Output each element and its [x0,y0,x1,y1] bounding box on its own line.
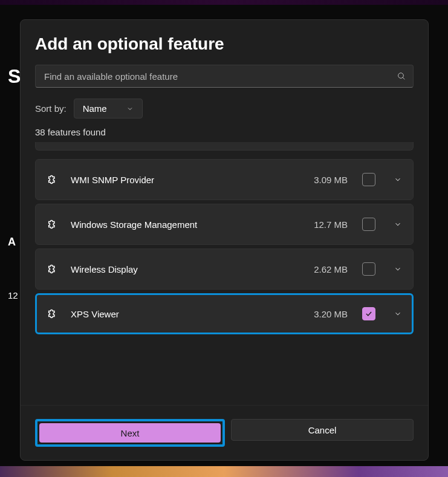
sort-value: Name [83,103,107,114]
feature-size: 3.20 MB [314,309,348,319]
list-scroll-top-stub [35,142,414,151]
add-feature-dialog: Add an optional feature Sort by: Name 38… [20,19,429,461]
chevron-down-icon[interactable] [394,265,402,273]
feature-list[interactable]: WMI SNMP Provider3.09 MBWindows Storage … [35,142,414,405]
feature-name: Windows Storage Management [71,219,303,230]
feature-size: 2.62 MB [314,264,348,274]
feature-checkbox[interactable] [362,218,375,231]
search-input[interactable] [35,65,414,88]
dialog-body: Add an optional feature Sort by: Name 38… [21,20,428,405]
background-text-12: 12 [8,290,18,300]
feature-item[interactable]: XPS Viewer3.20 MB [35,293,414,334]
feature-checkbox[interactable] [362,173,375,186]
puzzle-icon [47,307,60,320]
chevron-down-icon [126,105,134,112]
puzzle-icon [47,173,60,186]
feature-size: 12.7 MB [314,219,348,230]
next-button[interactable]: Next [39,423,221,443]
search-wrap [35,65,414,88]
feature-item[interactable]: Wireless Display2.62 MB [35,248,414,290]
window-top-strip [0,0,448,5]
dialog-footer: Next Cancel [21,405,428,460]
feature-checkbox[interactable] [362,307,375,320]
feature-name: Wireless Display [71,264,303,274]
feature-checkbox[interactable] [362,262,375,276]
sort-row: Sort by: Name [35,99,414,118]
chevron-down-icon[interactable] [394,175,402,184]
feature-size: 3.09 MB [314,175,348,185]
background-letter-s: S [8,65,21,88]
wallpaper-bottom-glow [0,466,448,477]
feature-name: XPS Viewer [71,309,303,319]
dialog-title: Add an optional feature [35,34,414,54]
sort-label: Sort by: [35,103,67,114]
chevron-down-icon[interactable] [394,220,402,229]
search-icon [397,71,406,81]
feature-item[interactable]: WMI SNMP Provider3.09 MB [35,159,414,200]
chevron-down-icon[interactable] [394,310,402,318]
cancel-button[interactable]: Cancel [231,419,414,441]
feature-item[interactable]: Windows Storage Management12.7 MB [35,204,414,245]
puzzle-icon [47,262,60,276]
svg-point-0 [398,73,404,79]
next-button-highlight: Next [35,419,225,447]
puzzle-icon [47,218,60,231]
background-letter-a: A [8,236,16,248]
sort-dropdown[interactable]: Name [74,99,143,118]
feature-name: WMI SNMP Provider [71,175,303,185]
features-found-label: 38 features found [35,127,414,137]
svg-line-1 [403,77,404,79]
